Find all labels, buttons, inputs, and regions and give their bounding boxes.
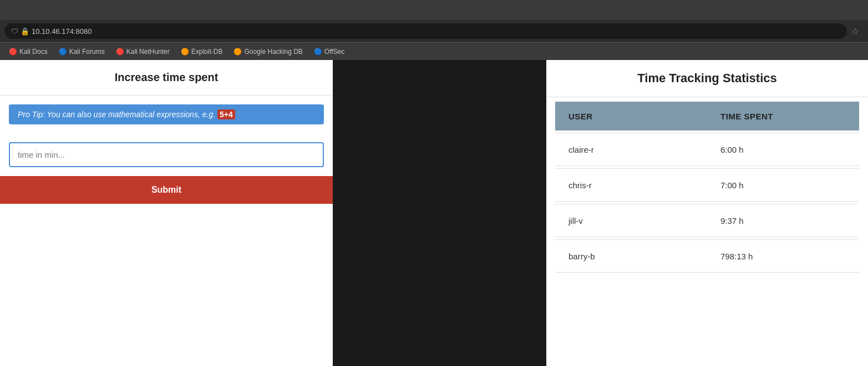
stats-title: Time Tracking Statistics [557, 71, 857, 86]
google-hacking-db-icon: 🟠 [234, 48, 242, 56]
user-cell: jill-v [555, 216, 707, 225]
submit-button[interactable]: Submit [0, 176, 333, 204]
bookmarks-bar: 🔴 Kali Docs 🔵 Kali Forums 🔴 Kali NetHunt… [0, 42, 868, 60]
time-cell: 798:13 h [707, 252, 859, 261]
bookmark-label: OffSec [324, 48, 344, 56]
table-row: claire-r 6:00 h [555, 133, 859, 166]
bookmark-kali-docs[interactable]: 🔴 Kali Docs [4, 46, 52, 57]
bookmark-label: Exploit-DB [191, 48, 223, 56]
pro-tip-prefix: Pro Tip: You can also use mathematical e… [18, 110, 217, 119]
time-input[interactable] [9, 142, 324, 167]
table-row: barry-b 798:13 h [555, 239, 859, 273]
bookmark-kali-nethunter[interactable]: 🔴 Kali NetHunter [111, 46, 174, 57]
address-bar[interactable]: 🛡 🔒 10.10.46.174:8080 ☆ [0, 20, 868, 42]
bookmark-label: Kali NetHunter [126, 48, 170, 56]
time-cell: 6:00 h [707, 145, 859, 154]
bookmark-google-hacking-db[interactable]: 🟠 Google Hacking DB [229, 46, 307, 57]
left-panel: Increase time spent Pro Tip: You can als… [0, 60, 333, 366]
time-cell: 7:00 h [707, 181, 859, 190]
bookmark-label: Kali Forums [69, 48, 105, 56]
pro-tip-highlight: 5+4 [217, 109, 235, 119]
user-cell: barry-b [555, 252, 707, 261]
bookmark-exploit-db[interactable]: 🟠 Exploit-DB [176, 46, 227, 57]
kali-forums-icon: 🔵 [59, 48, 67, 56]
kali-docs-icon: 🔴 [9, 48, 17, 56]
panel-gap [333, 60, 546, 366]
table-header: USER TIME SPENT [555, 102, 859, 131]
bookmark-label: Google Hacking DB [244, 48, 302, 56]
kali-nethunter-icon: 🔴 [116, 48, 124, 56]
lock-icon: 🔒 [21, 27, 29, 36]
col-user-header: USER [555, 112, 707, 121]
main-content: Increase time spent Pro Tip: You can als… [0, 60, 868, 366]
left-panel-header: Increase time spent [0, 60, 333, 96]
table-row: jill-v 9:37 h [555, 204, 859, 237]
time-cell: 9:37 h [707, 216, 859, 225]
table-row: chris-r 7:00 h [555, 168, 859, 202]
bookmark-kali-forums[interactable]: 🔵 Kali Forums [54, 46, 109, 57]
address-input-box[interactable]: 🛡 🔒 10.10.46.174:8080 [4, 23, 847, 39]
bookmark-label: Kali Docs [19, 48, 48, 56]
bookmark-offsec[interactable]: 🔵 OffSec [309, 46, 349, 57]
offsec-icon: 🔵 [314, 48, 322, 56]
pro-tip-bar: Pro Tip: You can also use mathematical e… [9, 104, 324, 124]
stats-table-container: USER TIME SPENT claire-r 6:00 h chris-r … [546, 97, 868, 277]
exploit-db-icon: 🟠 [181, 48, 189, 56]
user-cell: chris-r [555, 181, 707, 190]
right-panel-header: Time Tracking Statistics [546, 60, 868, 97]
col-time-header: TIME SPENT [707, 112, 859, 121]
form-section [0, 133, 333, 176]
page-title: Increase time spent [11, 71, 322, 84]
right-panel: Time Tracking Statistics USER TIME SPENT… [546, 60, 868, 366]
shield-icon: 🛡 [11, 27, 18, 36]
address-url: 10.10.46.174:8080 [32, 27, 92, 36]
star-icon[interactable]: ☆ [851, 26, 864, 37]
user-cell: claire-r [555, 145, 707, 154]
tab-bar [0, 0, 868, 20]
browser-chrome: 🛡 🔒 10.10.46.174:8080 ☆ 🔴 Kali Docs 🔵 Ka… [0, 0, 868, 60]
